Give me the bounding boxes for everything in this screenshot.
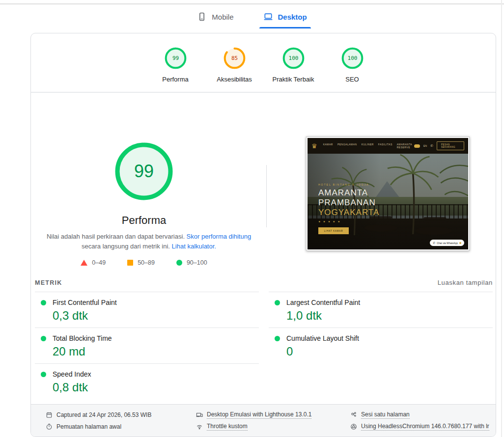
metric-speed-index: Speed Index 0,8 dtk xyxy=(35,363,259,399)
calculator-link[interactable]: Lihat kalkulator. xyxy=(172,243,216,250)
top-divider xyxy=(0,3,504,4)
chromium-icon xyxy=(350,423,357,430)
expand-view-button[interactable]: Luaskan tampilan xyxy=(438,279,493,286)
hero-tagline: HOTEL BINTANG 5 JOGJA xyxy=(318,183,379,186)
gauge-praktik-terbaik[interactable]: 100 Praktik Terbaik xyxy=(264,47,323,83)
gauge-performa[interactable]: 99 Performa xyxy=(146,47,205,83)
gauge-ring: 85 xyxy=(223,47,246,70)
site-nav-item: KULINER xyxy=(362,143,374,149)
site-nav-item: PENGALAMAN xyxy=(337,143,357,149)
device-tabs: Mobile Desktop xyxy=(0,9,504,25)
performance-title: Performa xyxy=(31,214,257,227)
metrics-column-right: Largest Contentful Paint 1,0 dtk Cumulat… xyxy=(269,292,493,399)
legend-range: 90–100 xyxy=(187,259,207,266)
metrics-header: METRIK Luaskan tampilan xyxy=(35,279,493,286)
emulation-info: Desktop Emulasi with Lighthouse 13.0.1 xyxy=(196,411,311,419)
load-type: Pemuatan halaman awal xyxy=(46,423,121,431)
gauge-ring: 100 xyxy=(282,47,305,70)
site-nav-item: KAMAR xyxy=(323,143,333,149)
gauge-aksesibilitas[interactable]: 85 Aksesibilitas xyxy=(205,47,264,83)
good-dot-icon xyxy=(41,336,46,341)
capture-time: Captured at 24 Apr 2026, 06.53 WIB xyxy=(46,411,151,419)
metric-value: 0,3 dtk xyxy=(53,309,259,323)
metric-name: First Contentful Paint xyxy=(53,299,117,306)
metric-largest-contentful-paint: Largest Contentful Paint 1,0 dtk xyxy=(269,292,493,328)
see-rooms-button: LIHAT KAMAR xyxy=(318,227,349,234)
metric-name: Total Blocking Time xyxy=(53,334,112,342)
metric-name: Cumulative Layout Shift xyxy=(286,334,359,342)
chromium-info: Using HeadlessChromium 146.0.7680.177 wi… xyxy=(350,423,489,431)
gauge-ring: 100 xyxy=(341,47,364,70)
good-dot-icon xyxy=(275,336,280,341)
site-preview: ♛ KAMAR PENGALAMAN KULINER FASILITAS AMA… xyxy=(308,138,468,249)
average-square-icon xyxy=(127,260,133,266)
tab-mobile[interactable]: Mobile xyxy=(195,9,235,25)
legend-good: 90–100 xyxy=(176,259,207,266)
metric-cumulative-layout-shift: Cumulative Layout Shift 0 xyxy=(269,328,493,363)
category-label: Praktik Terbaik xyxy=(272,76,314,83)
gauges-divider xyxy=(31,92,496,93)
metric-name: Largest Contentful Paint xyxy=(286,299,360,306)
throttle-wifi-icon xyxy=(196,423,203,430)
hero-title-line3: YOGYAKARTA xyxy=(318,208,379,218)
session-nodes-icon xyxy=(350,411,357,418)
book-now-button: PESAN SEKARANG xyxy=(437,141,464,150)
legend-fail: 0–49 xyxy=(81,259,106,266)
tab-desktop[interactable]: Desktop xyxy=(261,9,309,25)
hotel-logo-icon: ♛ xyxy=(311,143,317,149)
performance-score: 99 xyxy=(114,142,173,201)
tab-desktop-label: Desktop xyxy=(278,13,307,21)
svg-text:85: 85 xyxy=(231,55,237,61)
desc-text: Nilai adalah hasil perkiraan dan dapat b… xyxy=(47,233,187,240)
devices-icon xyxy=(196,411,203,418)
metric-value: 20 md xyxy=(53,345,259,358)
performance-description: Nilai adalah hasil perkiraan dan dapat b… xyxy=(41,232,257,251)
load-type-label: Pemuatan halaman awal xyxy=(56,423,121,430)
fail-triangle-icon xyxy=(81,260,87,266)
metrics-column-left: First Contentful Paint 0,3 dtk Total Blo… xyxy=(35,292,259,399)
legend-range: 50–89 xyxy=(138,259,155,266)
svg-text:100: 100 xyxy=(288,55,298,61)
site-header-right: EN ✆ PESAN SEKARANG xyxy=(414,141,464,150)
legend-range: 0–49 xyxy=(92,259,106,266)
performance-gauge: 99 xyxy=(114,142,173,201)
desktop-laptop-icon xyxy=(263,12,273,22)
metric-value: 0 xyxy=(286,345,493,358)
metric-name: Speed Index xyxy=(53,370,91,378)
section-vertical-divider xyxy=(266,165,267,227)
report-footer: Captured at 24 Apr 2026, 06.53 WIB Pemua… xyxy=(31,404,496,437)
throttle-label[interactable]: Throttle kustom xyxy=(207,423,248,431)
stopwatch-icon xyxy=(46,423,53,430)
session-label[interactable]: Sesi satu halaman xyxy=(361,411,410,419)
session-info: Sesi satu halaman xyxy=(350,411,410,419)
metric-value: 1,0 dtk xyxy=(286,309,493,323)
site-hero: HOTEL BINTANG 5 JOGJA AMARANTA PRAMBANAN… xyxy=(308,154,468,249)
site-nav: KAMAR PENGALAMAN KULINER FASILITAS AMARA… xyxy=(323,143,415,149)
report-card: 99 Performa 85 Aksesibilitas 100 Prakti xyxy=(30,33,496,437)
lang-en-label: EN xyxy=(423,144,427,147)
site-screenshot-thumbnail[interactable]: ♛ KAMAR PENGALAMAN KULINER FASILITAS AMA… xyxy=(306,137,470,251)
capture-time-label: Captured at 24 Apr 2026, 06.53 WIB xyxy=(56,411,151,418)
active-tab-underline xyxy=(259,27,311,28)
whatsapp-icon: ✆ xyxy=(433,241,435,245)
score-calc-link[interactable]: Skor performa dihitung xyxy=(187,233,252,240)
mobile-phone-icon xyxy=(197,12,207,22)
whatsapp-chat-pill: ✆ Chat via WhatsApp xyxy=(430,240,464,246)
throttle-info: Throttle kustom xyxy=(196,423,248,431)
hotel-stars: ★ ★ ★ ★ ★ xyxy=(318,220,379,223)
gauge-seo[interactable]: 100 SEO xyxy=(323,47,382,83)
metric-value: 0,8 dtk xyxy=(53,381,259,394)
site-nav-item: AMARANTA RESERVE xyxy=(397,143,415,149)
category-label: SEO xyxy=(345,76,359,83)
metric-first-contentful-paint: First Contentful Paint 0,3 dtk xyxy=(35,292,259,328)
category-gauges: 99 Performa 85 Aksesibilitas 100 Prakti xyxy=(146,47,382,83)
phone-icon: ✆ xyxy=(430,144,433,148)
chromium-label[interactable]: Using HeadlessChromium 146.0.7680.177 wi… xyxy=(361,423,489,431)
calendar-icon xyxy=(46,411,53,418)
emulation-label[interactable]: Desktop Emulasi with Lighthouse 13.0.1 xyxy=(207,411,311,419)
tab-mobile-label: Mobile xyxy=(212,13,233,21)
hero-title-line2: PRAMBANAN xyxy=(318,198,379,208)
page-right-edge xyxy=(501,0,502,437)
whatsapp-dot-icon xyxy=(459,242,461,244)
svg-text:100: 100 xyxy=(347,55,357,61)
